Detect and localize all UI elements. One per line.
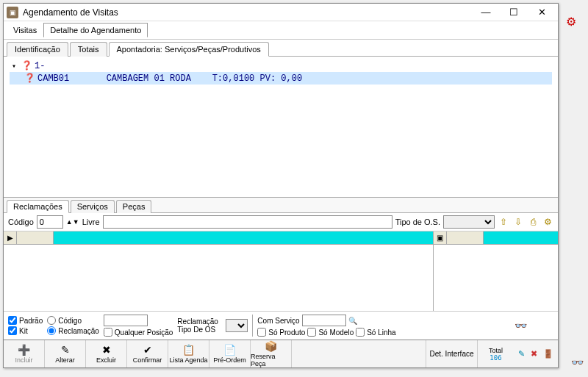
tab-totais[interactable]: Totais (70, 42, 107, 57)
grid-right[interactable]: ▣ (433, 231, 558, 311)
btn-excluir[interactable]: ✖Excluir (86, 340, 127, 367)
glasses-icon[interactable]: 👓 (514, 320, 527, 331)
tree-view[interactable]: ▾ ❓ 1- ❓ CAMB01 CAMBAGEM 01 RODA T:0,010… (4, 57, 558, 197)
btn-pre-ordem[interactable]: 📄Pré-Ordem (209, 340, 251, 367)
check-modelo[interactable] (307, 328, 316, 337)
tree-child-row[interactable]: ❓ CAMB01 CAMBAGEM 01 RODA T:0,0100 PV: 0… (10, 72, 552, 85)
combo-rectipo[interactable] (226, 319, 248, 332)
label-modelo: Só Modelo (318, 328, 354, 337)
print-icon[interactable]: ⎙ (527, 216, 539, 228)
grid-left-header: ▶ (4, 231, 433, 245)
close-small-icon[interactable]: ✖ (531, 349, 537, 359)
subtab-pecas[interactable]: Peças (116, 200, 152, 213)
main-window: ▣ Agendamento de Visitas — ☐ ✕ Visitas D… (3, 3, 559, 368)
subtab-reclamacoes[interactable]: Reclamações (7, 200, 69, 213)
label-produto: Só Produto (268, 328, 305, 337)
label-codigo: Código (58, 317, 82, 325)
grid-left[interactable]: ▶ (4, 231, 433, 311)
menu-detalhe[interactable]: Detalhe do Agendamento (43, 23, 148, 37)
label-linha: Só Linha (367, 328, 395, 337)
label-padrao: Padrão (19, 317, 43, 325)
reserve-icon: 📦 (265, 340, 277, 352)
tree-root-row[interactable]: ▾ ❓ 1- (10, 60, 552, 72)
check-kit[interactable] (8, 326, 17, 335)
grid-right-header: ▣ (434, 231, 558, 245)
grid-right-body[interactable] (434, 245, 558, 311)
grid-indicator-icon: ▣ (434, 231, 447, 244)
tipo-select[interactable] (443, 215, 495, 229)
content-area: ▾ ❓ 1- ❓ CAMB01 CAMBAGEM 01 RODA T:0,010… (4, 57, 558, 340)
label-rectipo: Reclamação Tipo De OS (177, 317, 221, 334)
radio-codigo[interactable] (47, 316, 56, 325)
spinner-icon[interactable]: ▲▼ (66, 218, 79, 226)
search-icon[interactable]: 🔍 (348, 317, 357, 325)
menubar: Visitas Detalhe do Agendamento (4, 21, 558, 40)
list-icon: 📋 (182, 344, 195, 356)
action-bar: ➕Incluir ✎Alterar ✖Excluir ✔Confirmar 📋L… (4, 340, 558, 367)
total-label: Total (489, 347, 503, 354)
input-comservico[interactable] (302, 315, 346, 326)
app-icon: ▣ (7, 7, 18, 18)
close-button[interactable]: ✕ (528, 5, 555, 20)
total-value: 106 (490, 354, 501, 362)
tree-collapse-icon[interactable]: ▾ (10, 62, 18, 71)
radio-reclamacao[interactable] (47, 326, 56, 335)
background-app-icon: ⚙ (566, 15, 588, 29)
label-reclamacao: Reclamação (58, 327, 99, 335)
check-qualquer[interactable] (104, 328, 112, 337)
subtabs: Reclamações Serviços Peças (4, 198, 558, 213)
confirm-icon: ✔ (143, 344, 152, 356)
lower-panel: Reclamações Serviços Peças Código ▲▼ Liv… (4, 197, 558, 340)
livre-label: Livre (82, 218, 100, 226)
grid-area: ▶ ▣ (4, 231, 558, 311)
check-linha[interactable] (356, 328, 365, 337)
total-display: Total 106 (477, 340, 514, 367)
maximize-button[interactable]: ☐ (501, 5, 527, 20)
tabs-upper: Identificação Totais Apontadoria: Serviç… (4, 40, 558, 57)
edit-small-icon[interactable]: ✎ (518, 349, 525, 359)
check-padrao[interactable] (8, 316, 17, 325)
grid-col1[interactable] (17, 231, 54, 244)
titlebar: ▣ Agendamento de Visitas — ☐ ✕ (4, 4, 558, 21)
question-icon: ❓ (21, 60, 32, 71)
btn-lista-agenda[interactable]: 📋Lista Agenda (168, 340, 209, 367)
grid-left-body[interactable] (4, 245, 433, 311)
livre-input[interactable] (103, 215, 392, 229)
end-icons: ✎ ✖ 🚪 (514, 340, 558, 367)
btn-alterar[interactable]: ✎Alterar (45, 340, 86, 367)
filter-bar: Código ▲▼ Livre Tipo de O.S. ⇧ ⇩ ⎙ ⚙ (4, 213, 558, 231)
grid-indicator-icon: ▶ (4, 231, 17, 244)
codigo-label: Código (8, 218, 34, 226)
btn-incluir[interactable]: ➕Incluir (4, 340, 45, 367)
input-extra1[interactable] (104, 315, 148, 326)
label-kit: Kit (19, 327, 28, 335)
tab-apontadoria[interactable]: Apontadoria: Serviços/Peças/Produtivos (109, 42, 269, 57)
subtab-servicos[interactable]: Serviços (71, 200, 115, 213)
tipo-label: Tipo de O.S. (395, 218, 440, 226)
grid-fill (484, 231, 558, 244)
btn-reserva-peca[interactable]: 📦Reserva Peça (251, 340, 292, 367)
grid-col-r1[interactable] (447, 231, 484, 244)
window-title: Agendamento de Visitas (23, 7, 471, 18)
btn-det-interface[interactable]: Det. Interface (426, 340, 477, 367)
btn-confirmar[interactable]: ✔Confirmar (127, 340, 168, 367)
grid-fill (54, 231, 433, 244)
minimize-button[interactable]: — (473, 5, 499, 20)
nav-up-icon[interactable]: ⇧ (498, 216, 509, 228)
codigo-input[interactable] (37, 215, 63, 229)
question-icon: ❓ (24, 73, 35, 84)
options-bar: Padrão Kit Código Reclamação Qualquer Po… (4, 311, 558, 340)
nav-down-icon[interactable]: ⇩ (512, 216, 524, 228)
config-icon[interactable]: ⚙ (542, 216, 553, 228)
tree-child-code: CAMB01 CAMBAGEM 01 RODA T:0,0100 PV: 0,0… (37, 73, 302, 84)
plus-icon: ➕ (18, 344, 30, 356)
order-icon: 📄 (223, 344, 236, 356)
delete-icon: ✖ (102, 344, 111, 356)
menu-visitas[interactable]: Visitas (7, 23, 43, 37)
tab-identificacao[interactable]: Identificação (7, 42, 68, 57)
exit-icon[interactable]: 🚪 (543, 349, 553, 359)
background-glasses-icon: 👓 (571, 356, 584, 368)
check-produto[interactable] (257, 328, 266, 337)
label-comservico: Com Serviço (257, 317, 299, 325)
edit-icon: ✎ (61, 344, 70, 356)
